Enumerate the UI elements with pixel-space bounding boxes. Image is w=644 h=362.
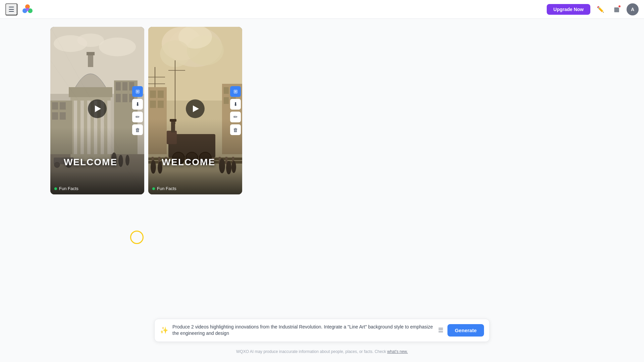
avatar[interactable]: A	[627, 3, 639, 15]
edit-button[interactable]: ✏️	[594, 3, 606, 15]
card-2-label-text: Fun Facts	[157, 186, 176, 191]
logo-icon	[21, 3, 34, 15]
hamburger-icon: ☰	[8, 5, 14, 13]
upgrade-button[interactable]: Upgrade Now	[547, 4, 590, 15]
navbar-left: ☰	[5, 3, 34, 15]
footer-note: WQXO AI may produce inaccurate informati…	[236, 349, 408, 354]
sparkle-icon: ✨	[160, 326, 168, 334]
card-1-label: Fun Facts	[54, 186, 78, 191]
logo	[21, 3, 34, 15]
video-card-1: WELCOME ⊞ ⬇ ✏ 🗑 Fun	[50, 27, 144, 194]
menu-button[interactable]: ☰	[5, 3, 17, 15]
footer-note-text: WQXO AI may produce inaccurate informati…	[236, 349, 386, 354]
card-2-edit-button[interactable]: ✏	[230, 112, 241, 122]
generate-button[interactable]: Generate	[447, 324, 484, 337]
main-content: WELCOME ⊞ ⬇ ✏ 🗑 Fun	[0, 0, 644, 362]
storyboard-icon-2: ⊞	[233, 88, 238, 95]
card-1-actions: ⊞ ⬇ ✏ 🗑	[131, 83, 144, 138]
cards-area: WELCOME ⊞ ⬇ ✏ 🗑 Fun	[0, 19, 644, 202]
notifications-button[interactable]: ▦	[610, 3, 623, 15]
download-icon-2: ⬇	[233, 101, 238, 107]
card-1-download-button[interactable]: ⬇	[132, 99, 143, 110]
notification-badge	[618, 5, 621, 8]
card-1-storyboard-button[interactable]: ⊞	[132, 86, 143, 97]
edit-icon: ✏️	[597, 6, 604, 13]
svg-point-3	[26, 8, 29, 11]
card-2-delete-button[interactable]: 🗑	[230, 124, 241, 135]
card-2-label: Fun Facts	[152, 186, 176, 191]
trash-icon-2: 🗑	[233, 127, 238, 133]
card-2-footer: Fun Facts	[148, 171, 242, 194]
storyboard-icon: ⊞	[136, 88, 140, 95]
card-1-footer: Fun Facts	[50, 171, 144, 194]
navbar-right: Upgrade Now ✏️ ▦ A	[547, 3, 639, 15]
play-button-1[interactable]	[88, 99, 107, 118]
download-icon: ⬇	[136, 101, 140, 107]
status-dot-1	[54, 187, 57, 190]
card-1-title: WELCOME	[50, 157, 131, 168]
status-dot-2	[152, 187, 155, 190]
card-2-title: WELCOME	[148, 157, 229, 168]
trash-icon: 🗑	[135, 127, 140, 133]
prompt-text: Produce 2 videos highlighting innovation…	[172, 324, 434, 337]
navbar: ☰ Upgrade Now ✏️ ▦ A	[0, 0, 644, 19]
prompt-bar: ✨ Produce 2 videos highlighting innovati…	[154, 319, 490, 342]
card-2-storyboard-button[interactable]: ⊞	[230, 86, 241, 97]
play-button-2[interactable]	[186, 99, 205, 118]
card-1-delete-button[interactable]: 🗑	[132, 124, 143, 135]
card-2-actions: ⊞ ⬇ ✏ 🗑	[229, 83, 242, 138]
video-card-2: WELCOME ⊞ ⬇ ✏ 🗑 Fun	[148, 27, 242, 194]
card-1-edit-button[interactable]: ✏	[132, 112, 143, 122]
settings-icon[interactable]: ☰	[438, 326, 443, 334]
edit-icon-2: ✏	[233, 114, 238, 120]
card-1-label-text: Fun Facts	[59, 186, 78, 191]
edit-icon: ✏	[136, 114, 140, 120]
whats-new-link[interactable]: what's new.	[387, 349, 408, 354]
card-2-download-button[interactable]: ⬇	[230, 99, 241, 110]
